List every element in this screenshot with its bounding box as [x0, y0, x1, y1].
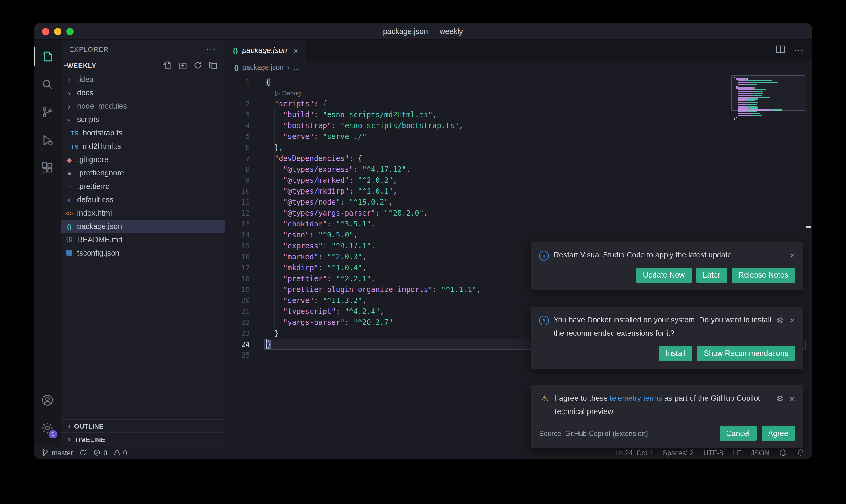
- maximize-window-button[interactable]: [66, 28, 73, 35]
- breadcrumb-file[interactable]: package.json: [242, 64, 284, 71]
- line-content: "prettier": "^2.2.1",: [265, 273, 375, 284]
- tree-item-package-json[interactable]: {}package.json: [61, 220, 225, 233]
- later-button[interactable]: Later: [696, 268, 727, 283]
- editor-more-icon[interactable]: ···: [794, 45, 804, 56]
- tree-item-label: bootstrap.ts: [83, 129, 122, 137]
- status-indentation[interactable]: Spaces: 2: [662, 449, 693, 456]
- line-number: 1: [225, 76, 250, 87]
- tab-close-icon[interactable]: ×: [294, 46, 298, 55]
- run-debug-icon[interactable]: [34, 126, 61, 154]
- vscode-window: package.json — weekly: [34, 23, 812, 459]
- tree-item-md2html-ts[interactable]: TSmd2Html.ts: [61, 140, 225, 153]
- code-line[interactable]: 13 "chokidar": "^3.5.1",: [225, 219, 812, 230]
- code-line[interactable]: 11 "@types/node": "^15.0.2",: [225, 197, 812, 208]
- code-line[interactable]: 7 "devDependencies": {: [225, 153, 812, 164]
- outline-panel[interactable]: › OUTLINE: [61, 419, 225, 432]
- tree-item-docs[interactable]: ›docs: [61, 86, 225, 100]
- notifications-bell-icon[interactable]: [797, 449, 805, 457]
- collapse-all-icon[interactable]: [208, 60, 218, 71]
- code-line[interactable]: 1{: [225, 76, 812, 87]
- extensions-icon[interactable]: [34, 154, 61, 182]
- tree-item-bootstrap-ts[interactable]: TSbootstrap.ts: [61, 126, 225, 140]
- code-line[interactable]: 9 "@types/marked": "^2.0.2",: [225, 175, 812, 186]
- line-number: 25: [225, 350, 250, 361]
- code-line[interactable]: 12 "@types/yargs-parser": "^20.2.0",: [225, 208, 812, 219]
- notification-gear-icon[interactable]: ⚙: [776, 316, 783, 325]
- tree-item--prettierignore[interactable]: ≡.prettierignore: [61, 166, 225, 180]
- account-icon[interactable]: [34, 386, 61, 414]
- tree-item-label: md2Html.ts: [83, 142, 121, 150]
- code-line[interactable]: 6 },: [225, 142, 812, 153]
- agree-button[interactable]: Agree: [761, 426, 795, 441]
- git-branch-item[interactable]: master: [41, 449, 73, 457]
- status-eol[interactable]: LF: [733, 449, 741, 456]
- notification-close-icon[interactable]: ×: [790, 250, 795, 260]
- sync-item[interactable]: [79, 449, 87, 457]
- timeline-label: TIMELINE: [74, 436, 105, 443]
- source-control-icon[interactable]: [34, 98, 61, 126]
- cancel-button[interactable]: Cancel: [719, 426, 756, 441]
- tree-item-node-modules[interactable]: ›node_modules: [61, 100, 225, 113]
- status-cursor-position[interactable]: Ln 24, Col 1: [615, 449, 653, 456]
- feedback-icon[interactable]: [779, 449, 787, 457]
- status-encoding[interactable]: UTF-8: [704, 449, 723, 456]
- code-line[interactable]: 5 "serve": "serve ./": [225, 131, 812, 142]
- tree-item-default-css[interactable]: #default.css: [61, 193, 225, 206]
- code-line[interactable]: 2 "scripts": {: [225, 98, 812, 109]
- tree-item-tsconfig-json[interactable]: tsconfig.json: [61, 247, 225, 260]
- new-folder-icon[interactable]: [178, 60, 187, 71]
- refresh-icon[interactable]: [193, 60, 202, 71]
- code-line[interactable]: 14 "esno": "^0.5.0",: [225, 230, 812, 240]
- codelens-row[interactable]: ▷ Debug: [225, 87, 812, 98]
- close-window-button[interactable]: [42, 28, 49, 35]
- notification-gear-icon[interactable]: ⚙: [776, 394, 783, 403]
- line-number: 9: [225, 175, 250, 186]
- file-tree: ›.idea›docs›node_modules›scriptsTSbootst…: [61, 73, 225, 260]
- notification-close-icon[interactable]: ×: [790, 315, 795, 325]
- status-language-mode[interactable]: JSON: [751, 449, 770, 456]
- code-line[interactable]: 10 "@types/mkdirp": "^1.0.1",: [225, 186, 812, 197]
- tree-item--prettierrc[interactable]: ≡.prettierrc: [61, 180, 225, 193]
- tree-item-scripts[interactable]: ›scripts: [61, 113, 225, 126]
- minimize-window-button[interactable]: [54, 28, 62, 35]
- split-editor-icon[interactable]: [776, 44, 785, 56]
- tab-package-json[interactable]: {} package.json ×: [225, 40, 306, 61]
- update-now-button[interactable]: Update Now: [636, 268, 691, 283]
- tree-item-label: tsconfig.json: [77, 249, 119, 257]
- minimap[interactable]: [734, 76, 802, 122]
- chevron-down-icon: ›: [65, 115, 74, 125]
- notification-message: Restart Visual Studio Code to apply the …: [554, 249, 784, 262]
- tree-item--idea[interactable]: ›.idea: [61, 73, 225, 86]
- tree-item-index-html[interactable]: <>index.html: [61, 206, 225, 220]
- tab-label: package.json: [242, 46, 287, 55]
- notification-close-icon[interactable]: ×: [790, 393, 795, 403]
- code-line[interactable]: 4 "bootstrap": "esno scripts/bootstrap.t…: [225, 120, 812, 131]
- timeline-panel[interactable]: › TIMELINE: [61, 432, 225, 446]
- search-icon[interactable]: [34, 70, 61, 98]
- minimap-slider[interactable]: [731, 75, 805, 110]
- breadcrumb-more[interactable]: …: [293, 64, 300, 71]
- tree-item--gitignore[interactable]: ◆.gitignore: [61, 153, 225, 166]
- chevron-right-icon: ›: [65, 75, 74, 84]
- line-number: 18: [225, 273, 250, 284]
- telemetry-terms-link[interactable]: telemetry terms: [610, 394, 662, 402]
- line-number: 15: [225, 240, 250, 251]
- tree-item-readme-md[interactable]: ⓘREADME.md: [61, 233, 225, 247]
- notification-source: Source: GitHub Copilot (Extension): [539, 430, 714, 437]
- new-file-icon[interactable]: [163, 60, 172, 71]
- code-line[interactable]: 8 "@types/express": "^4.17.12",: [225, 164, 812, 175]
- typescript-file-icon: TS: [70, 130, 80, 136]
- problems-item[interactable]: 0 0: [93, 449, 127, 457]
- code-line[interactable]: 3 "build": "esno scripts/md2Html.ts",: [225, 109, 812, 120]
- settings-gear-icon[interactable]: 1: [34, 414, 61, 442]
- notification-message: I agree to these telemetry terms as part…: [555, 392, 772, 419]
- release-notes-button[interactable]: Release Notes: [732, 268, 795, 283]
- show-recommendations-button[interactable]: Show Recommendations: [697, 346, 795, 361]
- minimap-line: [734, 115, 802, 116]
- line-content: "express": "^4.17.1",: [265, 240, 375, 251]
- codelens-debug[interactable]: ▷ Debug: [265, 87, 301, 98]
- install-button[interactable]: Install: [659, 346, 692, 361]
- sidebar-more-icon[interactable]: ···: [206, 44, 217, 54]
- workspace-section[interactable]: › WEEKLY: [61, 58, 225, 73]
- explorer-icon[interactable]: [34, 42, 61, 70]
